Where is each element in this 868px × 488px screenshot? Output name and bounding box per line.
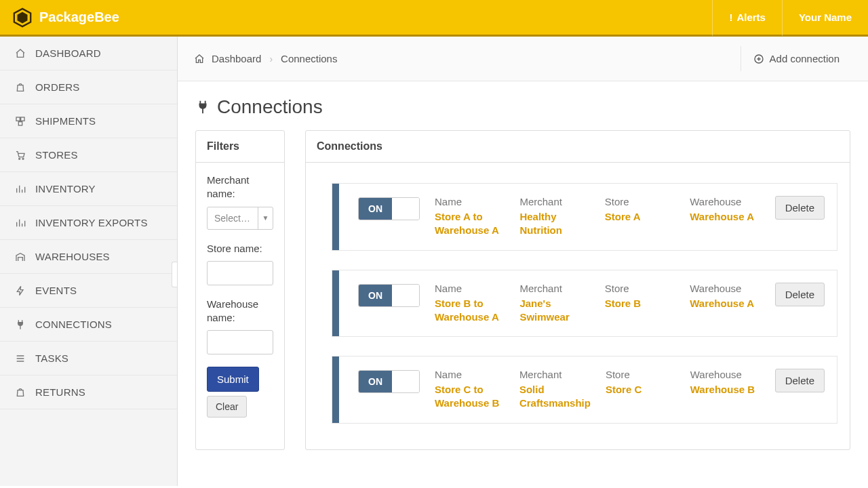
connection-row: ONNameStore A to Warehouse AMerchantHeal… — [332, 183, 837, 251]
toggle-on-label: ON — [359, 198, 392, 220]
col-store-header: Store — [606, 369, 675, 380]
bars-icon — [15, 184, 27, 195]
col-warehouse-header: Warehouse — [690, 196, 760, 207]
svg-rect-2 — [16, 117, 20, 121]
connection-warehouse-link[interactable]: Warehouse A — [690, 210, 760, 224]
connection-store-link[interactable]: Store A — [605, 210, 675, 224]
main-content: Dashboard › Connections Add connection C… — [178, 37, 868, 486]
page-title-text: Connections — [217, 96, 323, 118]
merchant-select[interactable]: Select ... ▼ — [207, 207, 273, 230]
sidebar-item-returns[interactable]: RETURNS — [0, 375, 177, 409]
bag-icon — [15, 387, 27, 398]
col-name-header: Name — [435, 196, 505, 207]
connection-store-link[interactable]: Store B — [605, 297, 675, 310]
chevron-down-icon: ▼ — [258, 207, 273, 229]
store-name-label: Store name: — [207, 242, 273, 256]
toggle-handle — [392, 371, 419, 392]
sidebar-item-label: RETURNS — [35, 386, 85, 398]
col-merchant-header: Merchant — [519, 283, 589, 294]
clear-button[interactable]: Clear — [207, 396, 247, 418]
page-title: Connections — [178, 81, 868, 130]
connection-merchant-link[interactable]: Solid Craftsmanship — [519, 383, 591, 411]
brand[interactable]: PackageBee — [0, 7, 132, 28]
delete-button[interactable]: Delete — [775, 196, 825, 220]
sidebar-item-shipments[interactable]: SHIPMENTS — [0, 104, 177, 138]
add-connection-label: Add connection — [770, 53, 840, 64]
sidebar-item-label: TASKS — [35, 352, 68, 364]
warehouse-name-label: Warehouse name: — [207, 298, 273, 325]
sidebar-item-label: EVENTS — [35, 285, 77, 296]
connection-warehouse-link[interactable]: Warehouse B — [690, 383, 760, 396]
col-name-header: Name — [435, 369, 505, 380]
sidebar-item-inventory-exports[interactable]: INVENTORY EXPORTS — [0, 206, 177, 240]
sidebar-item-connections[interactable]: CONNECTIONS — [0, 308, 177, 342]
svg-rect-3 — [21, 117, 24, 121]
connection-toggle[interactable]: ON — [358, 197, 420, 220]
sidebar-item-dashboard[interactable]: DASHBOARD — [0, 37, 177, 70]
sidebar-item-label: ORDERS — [35, 81, 79, 93]
connection-name-link[interactable]: Store A to Warehouse A — [435, 210, 505, 238]
toggle-handle — [392, 198, 419, 220]
connection-name-link[interactable]: Store C to Warehouse B — [435, 383, 505, 411]
sidebar-item-orders[interactable]: ORDERS — [0, 70, 177, 104]
connection-warehouse-link[interactable]: Warehouse A — [690, 297, 760, 310]
list-icon — [15, 353, 27, 364]
sidebar-item-tasks[interactable]: TASKS — [0, 342, 177, 375]
alerts-label: Alerts — [736, 12, 766, 23]
connection-store-link[interactable]: Store C — [606, 383, 675, 396]
breadcrumb-item-connections[interactable]: Connections — [281, 53, 337, 64]
brand-logo-icon — [12, 7, 33, 28]
sidebar-item-inventory[interactable]: INVENTORY — [0, 172, 177, 206]
col-name-header: Name — [435, 283, 505, 294]
user-menu[interactable]: Your Name — [782, 0, 868, 36]
user-name: Your Name — [799, 12, 852, 23]
col-store-header: Store — [605, 196, 675, 207]
sidebar-item-label: INVENTORY — [35, 183, 96, 195]
svg-rect-4 — [18, 121, 22, 125]
svg-point-5 — [19, 158, 20, 159]
sidebar-item-warehouses[interactable]: WAREHOUSES — [0, 240, 177, 274]
toggle-on-label: ON — [359, 371, 392, 392]
store-name-input[interactable] — [207, 261, 273, 285]
merchant-name-label: Merchant name: — [207, 174, 273, 201]
connection-name-link[interactable]: Store B to Warehouse A — [435, 297, 505, 325]
connection-accent-bar — [332, 270, 339, 337]
sidebar-item-label: STORES — [35, 149, 78, 161]
warehouse-icon — [15, 251, 27, 262]
filters-title: Filters — [196, 131, 284, 163]
plus-circle-icon — [753, 54, 764, 64]
toggle-handle — [392, 285, 419, 306]
breadcrumb-item-dashboard[interactable]: Dashboard — [212, 53, 261, 64]
alert-icon: ! — [729, 12, 732, 23]
connections-panel: Connections ONNameStore A to Warehouse A… — [305, 130, 850, 450]
sidebar-item-stores[interactable]: STORES — [0, 138, 177, 172]
merchant-select-value: Select ... — [208, 207, 258, 229]
col-warehouse-header: Warehouse — [690, 369, 760, 380]
add-connection-button[interactable]: Add connection — [741, 46, 852, 71]
sidebar-item-label: CONNECTIONS — [35, 319, 112, 330]
connection-row: ONNameStore C to Warehouse BMerchantSoli… — [332, 356, 837, 424]
col-store-header: Store — [605, 283, 675, 294]
sidebar-item-events[interactable]: EVENTS — [0, 274, 177, 308]
connection-merchant-link[interactable]: Healthy Nutrition — [519, 210, 589, 238]
connection-accent-bar — [332, 357, 339, 423]
breadcrumb-bar: Dashboard › Connections Add connection — [178, 37, 868, 81]
alerts-button[interactable]: ! Alerts — [712, 0, 782, 36]
delete-button[interactable]: Delete — [775, 283, 825, 306]
home-icon[interactable] — [194, 54, 205, 64]
cart-icon — [15, 150, 27, 161]
delete-button[interactable]: Delete — [775, 369, 825, 392]
col-merchant-header: Merchant — [519, 369, 591, 380]
connection-toggle[interactable]: ON — [358, 370, 420, 393]
connection-merchant-link[interactable]: Jane's Swimwear — [519, 297, 589, 325]
toggle-on-label: ON — [359, 285, 392, 306]
svg-point-6 — [22, 158, 24, 159]
connection-toggle[interactable]: ON — [358, 284, 420, 307]
warehouse-name-input[interactable] — [207, 330, 273, 354]
submit-button[interactable]: Submit — [207, 367, 259, 392]
col-warehouse-header: Warehouse — [690, 283, 760, 294]
plug-icon — [15, 319, 27, 330]
breadcrumb-separator-icon: › — [269, 54, 273, 64]
sidebar-item-label: INVENTORY EXPORTS — [35, 217, 148, 228]
bolt-icon — [15, 285, 27, 296]
